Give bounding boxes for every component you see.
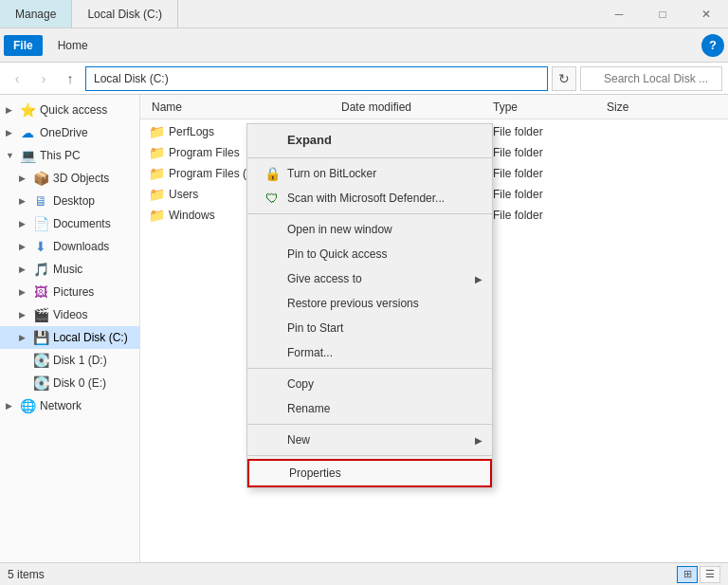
expand-arrow-videos: ▶ — [19, 310, 32, 320]
col-header-size[interactable]: Size — [603, 101, 679, 114]
ctx-bitlocker[interactable]: 🔒 Turn on BitLocker — [247, 161, 492, 186]
expand-arrow-this-pc: ▼ — [6, 151, 19, 160]
tab-manage-label: Manage — [15, 8, 56, 21]
new-arrow: ▶ — [475, 435, 482, 446]
ctx-give-access-label: Give access to — [287, 272, 362, 285]
defender-icon: 🛡 — [263, 191, 282, 206]
ctx-new-label: New — [287, 433, 310, 447]
expand-arrow-desktop: ▶ — [19, 196, 32, 206]
ctx-rename[interactable]: Rename — [247, 396, 492, 421]
tab-localdisk[interactable]: Local Disk (C:) — [72, 0, 178, 27]
this-pc-icon: 💻 — [19, 147, 36, 164]
sidebar-item-onedrive[interactable]: ▶ ☁ OneDrive — [0, 121, 139, 144]
title-bar: Manage Local Disk (C:) ─ □ ✕ — [0, 0, 728, 28]
expand-arrow-c: ▶ — [19, 333, 32, 342]
documents-icon: 📄 — [32, 215, 49, 232]
view-large-icons-icon: ⊞ — [683, 568, 692, 580]
main-layout: ▶ ⭐ Quick access ▶ ☁ OneDrive ▼ 💻 This P… — [0, 95, 728, 562]
quick-access-icon: ⭐ — [19, 101, 36, 119]
folder-icon: 📁 — [148, 165, 165, 182]
file-type: File folder — [493, 167, 607, 180]
ctx-separator-1 — [247, 157, 492, 158]
sidebar-item-videos[interactable]: ▶ 🎬 Videos — [0, 303, 139, 326]
ctx-properties[interactable]: Properties — [247, 459, 492, 487]
ctx-new-window[interactable]: Open in new window — [247, 217, 492, 242]
help-button[interactable]: ? — [701, 34, 724, 57]
sidebar-item-music[interactable]: ▶ 🎵 Music — [0, 258, 139, 281]
sidebar-item-network[interactable]: ▶ 🌐 Network — [0, 394, 139, 417]
col-header-name[interactable]: Name — [148, 101, 337, 114]
ctx-restore-versions-label: Restore previous versions — [287, 297, 419, 310]
tab-manage[interactable]: Manage — [0, 0, 72, 27]
view-list-button[interactable]: ☰ — [700, 566, 720, 583]
ctx-copy-label: Copy — [287, 377, 314, 391]
minimize-button[interactable]: ─ — [597, 0, 641, 27]
view-large-icons-button[interactable]: ⊞ — [677, 566, 698, 583]
expand-arrow-pictures: ▶ — [19, 287, 32, 297]
address-field[interactable] — [85, 66, 548, 91]
3d-objects-label: 3D Objects — [53, 172, 109, 185]
ctx-expand[interactable]: Expand — [247, 124, 492, 155]
search-input[interactable] — [580, 66, 722, 91]
expand-icon — [263, 132, 282, 147]
sidebar-item-local-disk-c[interactable]: ▶ 💾 Local Disk (C:) — [0, 326, 139, 349]
sidebar-item-desktop[interactable]: ▶ 🖥 Desktop — [0, 190, 139, 212]
expand-arrow-onedrive: ▶ — [6, 128, 19, 137]
close-button[interactable]: ✕ — [684, 0, 728, 27]
ctx-separator-4 — [247, 424, 492, 425]
up-button[interactable]: ↑ — [59, 67, 82, 90]
local-disk-c-icon: 💾 — [32, 329, 49, 346]
disk-d-label: Disk 1 (D:) — [53, 354, 107, 367]
refresh-button[interactable]: ↻ — [552, 66, 576, 91]
col-header-date[interactable]: Date modified — [337, 101, 489, 114]
sidebar-item-documents[interactable]: ▶ 📄 Documents — [0, 212, 139, 235]
ctx-new[interactable]: New ▶ — [247, 428, 492, 452]
new-icon — [263, 432, 282, 448]
ctx-give-access[interactable]: Give access to ▶ — [247, 266, 492, 291]
music-icon: 🎵 — [32, 261, 49, 278]
folder-icon: 📁 — [148, 207, 165, 224]
format-icon — [263, 345, 282, 360]
folder-icon: 📁 — [148, 123, 165, 140]
sidebar-item-3d-objects[interactable]: ▶ 📦 3D Objects — [0, 167, 139, 190]
videos-label: Videos — [53, 308, 87, 321]
file-type: File folder — [493, 125, 607, 138]
ctx-defender[interactable]: 🛡 Scan with Microsoft Defender... — [247, 186, 492, 210]
bitlocker-icon: 🔒 — [263, 166, 282, 181]
title-tabs: Manage Local Disk (C:) — [0, 0, 597, 27]
ctx-defender-label: Scan with Microsoft Defender... — [287, 192, 445, 205]
disk-d-icon: 💽 — [32, 352, 49, 369]
file-type: File folder — [493, 188, 607, 201]
home-button[interactable]: Home — [48, 35, 98, 56]
ctx-expand-label: Expand — [287, 133, 332, 147]
forward-button[interactable]: › — [32, 67, 55, 90]
ctx-copy[interactable]: Copy — [247, 372, 492, 396]
view-buttons: ⊞ ☰ — [677, 566, 720, 583]
sidebar-item-this-pc[interactable]: ▼ 💻 This PC — [0, 144, 139, 167]
downloads-icon: ⬇ — [32, 238, 49, 255]
col-header-type[interactable]: Type — [489, 101, 603, 114]
ctx-pin-start[interactable]: Pin to Start — [247, 316, 492, 340]
maximize-button[interactable]: □ — [641, 0, 684, 27]
ctx-format[interactable]: Format... — [247, 340, 492, 365]
music-label: Music — [53, 263, 82, 276]
desktop-icon: 🖥 — [32, 192, 49, 210]
ctx-restore-versions[interactable]: Restore previous versions — [247, 291, 492, 316]
context-menu: Expand 🔒 Turn on BitLocker 🛡 Scan with M… — [246, 123, 493, 488]
sidebar-item-downloads[interactable]: ▶ ⬇ Downloads — [0, 235, 139, 258]
network-icon: 🌐 — [19, 397, 36, 414]
new-window-icon — [263, 222, 282, 237]
sidebar-item-disk-d[interactable]: 💽 Disk 1 (D:) — [0, 349, 139, 372]
sidebar-item-quick-access[interactable]: ▶ ⭐ Quick access — [0, 99, 139, 121]
ctx-pin-quick-label: Pin to Quick access — [287, 247, 387, 261]
ctx-pin-quick[interactable]: Pin to Quick access — [247, 242, 492, 266]
folder-icon: 📁 — [148, 144, 165, 161]
file-button[interactable]: File — [4, 35, 43, 56]
sidebar-item-pictures[interactable]: ▶ 🖼 Pictures — [0, 281, 139, 303]
ctx-bitlocker-label: Turn on BitLocker — [287, 167, 376, 180]
sidebar-item-disk-e[interactable]: 💽 Disk 0 (E:) — [0, 372, 139, 394]
content-area: Name Date modified Type Size 📁 PerfLogs … — [140, 95, 728, 562]
ctx-separator-5 — [247, 455, 492, 456]
back-button[interactable]: ‹ — [6, 67, 28, 90]
give-access-arrow: ▶ — [475, 274, 482, 284]
